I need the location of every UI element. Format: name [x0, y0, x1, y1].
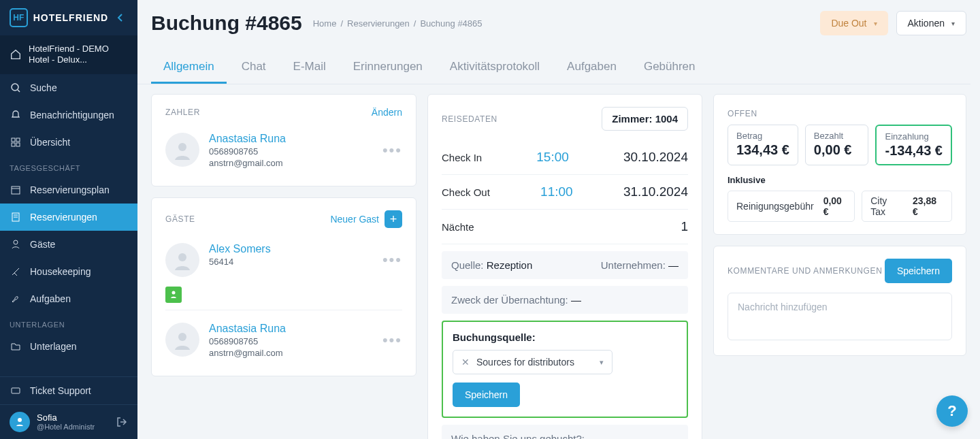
- logout-icon[interactable]: [116, 416, 128, 428]
- more-icon[interactable]: •••: [382, 142, 402, 159]
- user-name: Sofia: [37, 413, 95, 423]
- guest-badge-icon: [165, 287, 182, 303]
- nav-search[interactable]: Suche: [0, 74, 137, 101]
- checkin-label: Check In: [442, 152, 482, 163]
- broom-icon: [10, 265, 22, 278]
- guest-name[interactable]: Alex Somers: [209, 243, 271, 255]
- chevron-down-icon: ▾: [951, 20, 955, 27]
- tab-chat[interactable]: Chat: [229, 52, 278, 84]
- nights-value: 1: [681, 219, 688, 234]
- user-role: @Hotel Administr: [37, 423, 95, 431]
- guests-title: GÄSTE: [165, 214, 195, 224]
- status-pill[interactable]: Due Out ▾: [820, 11, 887, 35]
- folder-icon: [10, 340, 22, 353]
- tabs: Allgemein Chat E-Mail Erinnerungen Aktiv…: [137, 35, 980, 84]
- svg-point-13: [178, 333, 186, 341]
- checkin-date[interactable]: 30.10.2024: [623, 150, 688, 165]
- comments-card: KOMMENTARE UND ANMERKUNGEN Speichern: [713, 246, 966, 356]
- payer-name[interactable]: Anastasia Runa: [209, 133, 286, 145]
- svg-point-10: [178, 143, 186, 151]
- stat-amount: Betrag 134,43 €: [728, 125, 798, 165]
- clear-icon[interactable]: ✕: [461, 357, 470, 368]
- save-booking-source-button[interactable]: Speichern: [453, 383, 520, 407]
- nav-reservation-plan[interactable]: Reservierungsplan: [0, 176, 137, 204]
- select-value: Sources for distributors: [476, 357, 574, 368]
- add-guest-button[interactable]: +: [385, 210, 402, 228]
- scrollbar-thumb[interactable]: [972, 1, 979, 29]
- nav-housekeeping[interactable]: Housekeeping: [0, 258, 137, 285]
- tab-allgemein[interactable]: Allgemein: [151, 52, 227, 84]
- nights-label: Nächte: [442, 221, 474, 233]
- new-guest-link[interactable]: Neuer Gast: [330, 214, 379, 225]
- tab-email[interactable]: E-Mail: [281, 52, 338, 84]
- crumb-reservations[interactable]: Reservierungen: [347, 18, 410, 29]
- actions-button[interactable]: Aktionen ▾: [896, 11, 966, 35]
- payer-edit-link[interactable]: Ändern: [372, 107, 402, 118]
- nav-tasks[interactable]: Aufgaben: [0, 285, 137, 312]
- source-row: Quelle: Rezeption Unternehmen: —: [442, 251, 688, 279]
- checkout-time[interactable]: 11:00: [540, 184, 573, 199]
- nav-guests[interactable]: Gäste: [0, 231, 137, 258]
- nav-notifications[interactable]: Benachrichtigungen: [0, 101, 137, 129]
- svg-rect-5: [12, 186, 20, 194]
- svg-rect-2: [16, 138, 20, 142]
- svg-point-9: [18, 418, 22, 422]
- svg-point-7: [14, 240, 18, 244]
- help-fab[interactable]: ?: [936, 395, 968, 427]
- comment-input[interactable]: [728, 293, 952, 340]
- document-icon: [10, 211, 22, 223]
- more-icon[interactable]: •••: [382, 251, 402, 269]
- status-text: Due Out: [831, 18, 866, 29]
- nav-label: Aufgaben: [30, 293, 71, 304]
- nav-label: Housekeeping: [30, 266, 91, 277]
- room-chip[interactable]: Zimmer: 1004: [602, 107, 688, 131]
- tab-erinnerungen[interactable]: Erinnerungen: [341, 52, 435, 84]
- guest-name[interactable]: Anastasia Runa: [209, 323, 286, 335]
- svg-point-11: [178, 253, 186, 261]
- checkin-time[interactable]: 15:00: [536, 150, 569, 165]
- nav-overview[interactable]: Übersicht: [0, 129, 137, 156]
- nav-documents[interactable]: Unterlagen: [0, 333, 137, 360]
- collapse-sidebar-icon[interactable]: [114, 10, 128, 25]
- breadcrumb: Home/ Reservierungen/ Buchung #4865: [313, 18, 483, 29]
- nav-label: Suche: [30, 82, 57, 93]
- open-card: OFFEN Betrag 134,43 € Bezahlt 0,00 € Ein…: [713, 94, 966, 235]
- tab-gebuehren[interactable]: Gebühren: [632, 52, 708, 84]
- nav-ticket-support[interactable]: Ticket Support: [0, 376, 137, 404]
- svg-point-0: [12, 84, 18, 91]
- tab-aufgaben[interactable]: Aufgaben: [555, 52, 629, 84]
- nav-label: Ticket Support: [30, 385, 91, 396]
- booking-source-select[interactable]: ✕ Sources for distributors ▾: [453, 350, 612, 374]
- stat-paid: Bezahlt 0,00 €: [805, 125, 869, 165]
- nav-label: Benachrichtigungen: [30, 110, 114, 120]
- crumb-home[interactable]: Home: [313, 18, 337, 29]
- guest-email: anstrn@gmail.com: [209, 348, 286, 358]
- nav-label: Reservierungen: [30, 212, 97, 223]
- nav-reservations[interactable]: Reservierungen: [0, 204, 137, 231]
- nav-section-docs: UNTERLAGEN: [0, 312, 137, 333]
- guest-sub: 56414: [209, 257, 271, 267]
- save-comment-button[interactable]: Speichern: [885, 259, 952, 283]
- nav-label: Unterlagen: [30, 341, 77, 352]
- user-row[interactable]: Sofia @Hotel Administr: [0, 404, 137, 439]
- guests-card: GÄSTE Neuer Gast + Alex Somers 56414: [151, 197, 416, 376]
- tab-aktivitaet[interactable]: Aktivitätsprotokoll: [438, 52, 552, 84]
- more-icon[interactable]: •••: [382, 331, 402, 349]
- page-title: Buchung #4865: [151, 12, 302, 35]
- hotel-selector[interactable]: HotelFriend - DEMO Hotel - Delux...: [0, 35, 137, 74]
- wrench-icon: [10, 293, 22, 305]
- svg-point-12: [172, 291, 176, 295]
- checkout-date[interactable]: 31.10.2024: [623, 184, 688, 199]
- payer-phone: 0568908765: [209, 146, 286, 157]
- checkout-label: Check Out: [442, 186, 490, 198]
- person-icon: [10, 238, 22, 250]
- guest-row: Anastasia Runa 0568908765 anstrn@gmail.c…: [165, 317, 402, 363]
- howbook-row: Wie haben Sie uns gebucht?: —: [442, 425, 688, 439]
- travel-card: REISEDATEN Zimmer: 1004 Check In 15:00 3…: [427, 94, 702, 439]
- avatar-icon: [165, 133, 199, 167]
- user-avatar-icon: [10, 412, 30, 432]
- payer-title: ZAHLER: [165, 108, 200, 117]
- nav: Suche Benachrichtigungen Übersicht TAGES…: [0, 74, 137, 377]
- payer-email: anstrn@gmail.com: [209, 158, 286, 168]
- crumb-current: Buchung #4865: [420, 18, 482, 29]
